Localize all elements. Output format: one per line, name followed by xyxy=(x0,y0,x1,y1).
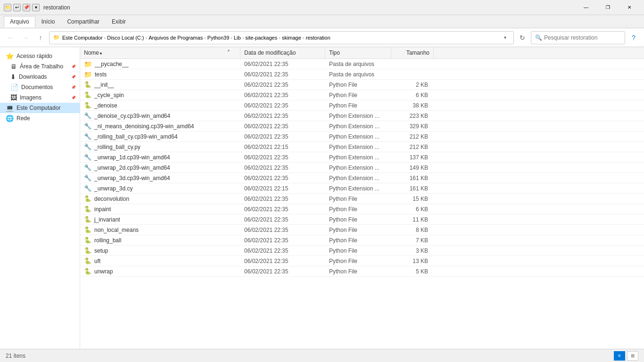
tab-arquivo[interactable]: Arquivo xyxy=(4,16,35,27)
file-date: 06/02/2021 22:35 xyxy=(240,236,325,245)
address-bar-area: ← → ↑ 📁 Este Computador › Disco Local (C… xyxy=(0,28,644,47)
quick-access-icon[interactable]: ↩ xyxy=(13,4,21,11)
tab-exibir[interactable]: Exibir xyxy=(106,16,132,27)
title-bar: 📁 ↩ 📌 ▾ restoration — ❐ ✕ xyxy=(0,0,644,15)
search-box[interactable]: 🔍 xyxy=(531,31,625,44)
sidebar-item-area-trabalho[interactable]: 🖥 Área de Trabalho 📌 xyxy=(0,61,80,72)
table-row[interactable]: 🐍 non_local_means 06/02/2021 22:35 Pytho… xyxy=(80,225,644,235)
file-size: 3 KB xyxy=(391,247,434,255)
table-row[interactable]: 📁 __pycache__ 06/02/2021 22:35 Pasta de … xyxy=(80,59,644,69)
file-date: 06/02/2021 22:35 xyxy=(240,205,325,214)
help-button[interactable]: ? xyxy=(627,31,640,44)
file-type: Python Extension ... xyxy=(325,174,391,182)
window-title: restoration xyxy=(43,4,575,11)
sidebar-item-rede[interactable]: 🌐 Rede xyxy=(0,113,80,123)
images-icon: 🖼 xyxy=(10,94,17,101)
table-row[interactable]: 🐍 inpaint 06/02/2021 22:35 Python File 6… xyxy=(80,204,644,214)
table-row[interactable]: 🔧 _unwrap_2d.cp39-win_amd64 06/02/2021 2… xyxy=(80,163,644,173)
tab-inicio[interactable]: Início xyxy=(35,16,61,27)
table-row[interactable]: 🔧 _rolling_ball_cy.py 06/02/2021 22:15 P… xyxy=(80,142,644,152)
back-button[interactable]: ← xyxy=(4,31,17,44)
file-name: 🔧 _unwrap_3d.cp39-win_amd64 xyxy=(80,173,240,182)
table-row[interactable]: 🐍 setup 06/02/2021 22:35 Python File 3 K… xyxy=(80,246,644,256)
python-file-icon: 🐍 xyxy=(84,91,91,99)
table-row[interactable]: 🔧 _unwrap_1d.cp39-win_amd64 06/02/2021 2… xyxy=(80,152,644,163)
maximize-button[interactable]: ❐ xyxy=(597,0,619,15)
table-row[interactable]: 🔧 _unwrap_3d.cy 06/02/2021 22:15 Python … xyxy=(80,183,644,194)
python-ext-icon: 🔧 xyxy=(84,123,91,130)
file-type: Python Extension ... xyxy=(325,112,391,120)
pin-icon[interactable]: 📌 xyxy=(23,4,30,11)
table-row[interactable]: 🔧 _unwrap_3d.cp39-win_amd64 06/02/2021 2… xyxy=(80,173,644,183)
minimize-button[interactable]: — xyxy=(575,0,597,15)
search-icon: 🔍 xyxy=(535,34,542,41)
sidebar-item-este-computador[interactable]: 💻 Este Computador xyxy=(0,103,80,113)
table-row[interactable]: 📁 tests 06/02/2021 22:35 Pasta de arquiv… xyxy=(80,69,644,80)
table-row[interactable]: 🐍 _denoise 06/02/2021 22:35 Python File … xyxy=(80,100,644,111)
sidebar-item-acesso-rapido[interactable]: ⭐ Acesso rápido xyxy=(0,51,80,61)
column-header-size[interactable]: Tamanho xyxy=(391,47,434,58)
search-input[interactable] xyxy=(544,34,621,41)
file-name: 🔧 _unwrap_2d.cp39-win_amd64 xyxy=(80,163,240,172)
forward-button[interactable]: → xyxy=(19,31,32,44)
python-ext-icon: 🔧 xyxy=(84,174,91,181)
refresh-button[interactable]: ↻ xyxy=(516,31,529,44)
column-header-type[interactable]: Tipo xyxy=(325,47,391,58)
column-header-name[interactable]: Nome ▲ xyxy=(80,47,240,58)
up-button[interactable]: ↑ xyxy=(34,31,47,44)
file-name: 🐍 __init__ xyxy=(80,80,240,89)
file-date: 06/02/2021 22:35 xyxy=(240,257,325,265)
file-rows-container: 📁 __pycache__ 06/02/2021 22:35 Pasta de … xyxy=(80,59,644,277)
star-icon: ⭐ xyxy=(6,52,14,60)
table-row[interactable]: 🐍 deconvolution 06/02/2021 22:35 Python … xyxy=(80,194,644,204)
table-row[interactable]: 🐍 _cycle_spin 06/02/2021 22:35 Python Fi… xyxy=(80,90,644,100)
sort-arrow: ▲ xyxy=(227,48,231,52)
pin-indicator: 📌 xyxy=(71,75,76,79)
table-row[interactable]: 🐍 unwrap 06/02/2021 22:35 Python File 5 … xyxy=(80,266,644,277)
file-size: 149 KB xyxy=(391,164,434,172)
file-type: Python Extension ... xyxy=(325,153,391,162)
ribbon-tabs: Arquivo Início Compartilhar Exibir xyxy=(0,15,644,28)
view-details-button[interactable]: ≡ xyxy=(614,351,625,361)
close-button[interactable]: ✕ xyxy=(619,0,640,15)
table-row[interactable]: 🐍 __init__ 06/02/2021 22:35 Python File … xyxy=(80,80,644,90)
sidebar-item-label: Downloads xyxy=(19,74,47,80)
address-dropdown-button[interactable]: ▾ xyxy=(500,33,510,42)
pin-indicator: 📌 xyxy=(71,85,76,90)
title-bar-icons: 📁 ↩ 📌 ▾ xyxy=(4,4,40,11)
address-box[interactable]: 📁 Este Computador › Disco Local (C:) › A… xyxy=(49,31,514,44)
column-header-date[interactable]: Data de modificação xyxy=(240,47,325,58)
file-name: 🐍 _cycle_spin xyxy=(80,90,240,99)
sidebar-item-documentos[interactable]: 📄 Documentos 📌 xyxy=(0,82,80,92)
table-row[interactable]: 🔧 _nl_means_denoising.cp39-win_amd64 06/… xyxy=(80,121,644,132)
file-size: 329 KB xyxy=(391,122,434,131)
table-row[interactable]: 🔧 _denoise_cy.cp39-win_amd64 06/02/2021 … xyxy=(80,111,644,121)
file-name: 🐍 j_invariant xyxy=(80,215,240,224)
file-date: 06/02/2021 22:35 xyxy=(240,267,325,276)
table-row[interactable]: 🔧 _rolling_ball_cy.cp39-win_amd64 06/02/… xyxy=(80,132,644,142)
tab-compartilhar[interactable]: Compartilhar xyxy=(61,16,106,27)
file-name: 🐍 non_local_means xyxy=(80,225,240,234)
table-row[interactable]: 🐍 rolling_ball 06/02/2021 22:35 Python F… xyxy=(80,235,644,246)
file-size: 13 KB xyxy=(391,257,434,265)
file-size: 38 KB xyxy=(391,101,434,110)
table-row[interactable]: 🐍 uft 06/02/2021 22:35 Python File 13 KB xyxy=(80,256,644,266)
python-file-icon: 🐍 xyxy=(84,247,91,254)
file-name: 🔧 _rolling_ball_cy.cp39-win_amd64 xyxy=(80,132,240,141)
file-type: Python File xyxy=(325,91,391,99)
file-date: 06/02/2021 22:35 xyxy=(240,122,325,131)
file-date: 06/02/2021 22:35 xyxy=(240,70,325,79)
file-name: 📁 __pycache__ xyxy=(80,59,240,69)
title-bar-controls: — ❐ ✕ xyxy=(575,0,640,15)
sidebar-item-imagens[interactable]: 🖼 Imagens 📌 xyxy=(0,92,80,103)
file-date: 06/02/2021 22:35 xyxy=(240,215,325,224)
status-bar: 21 itens ≡ ⊞ xyxy=(0,349,644,362)
pin-indicator: 📌 xyxy=(71,96,76,100)
file-name: 🐍 _denoise xyxy=(80,101,240,110)
sidebar-item-downloads[interactable]: ⬇ Downloads 📌 xyxy=(0,72,80,82)
desktop-icon: 🖥 xyxy=(10,63,17,70)
dropdown-icon[interactable]: ▾ xyxy=(32,4,40,11)
file-size: 212 KB xyxy=(391,143,434,151)
table-row[interactable]: 🐍 j_invariant 06/02/2021 22:35 Python Fi… xyxy=(80,214,644,225)
view-icons-button[interactable]: ⊞ xyxy=(627,351,638,361)
